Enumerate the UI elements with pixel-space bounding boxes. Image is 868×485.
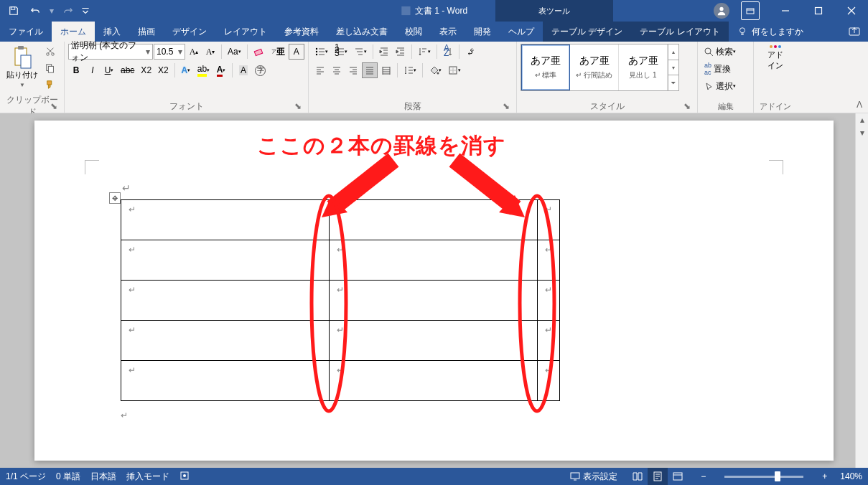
redo-button[interactable]: [59, 0, 78, 22]
tab-table-design[interactable]: テーブル デザイン: [543, 22, 631, 42]
font-size-combo[interactable]: 10.5▾: [154, 44, 185, 60]
subscript-button[interactable]: X2: [138, 62, 154, 78]
style-no-spacing[interactable]: あア亜↵ 行間詰め: [570, 44, 619, 90]
enclose-char-button[interactable]: 字: [252, 62, 269, 78]
align-justify-button[interactable]: [362, 62, 378, 78]
table-row[interactable]: ↵↵↵: [121, 321, 560, 361]
scroll-down-button[interactable]: ▾: [856, 126, 868, 139]
style-normal[interactable]: あア亜↵ 標準: [521, 44, 570, 90]
paragraph-launcher[interactable]: ⬊: [501, 101, 511, 111]
numbering-button[interactable]: 123▾: [332, 44, 350, 60]
tab-draw[interactable]: 描画: [129, 22, 164, 42]
tab-home[interactable]: ホーム: [52, 22, 95, 42]
decrease-indent-button[interactable]: [376, 44, 392, 60]
vertical-scrollbar[interactable]: ▴ ▾: [855, 113, 868, 468]
table-row[interactable]: ↵↵↵: [121, 281, 560, 321]
status-insert-mode[interactable]: 挿入モード: [126, 471, 169, 483]
grow-font-button[interactable]: A▴: [186, 44, 202, 60]
tab-table-layout[interactable]: テーブル レイアウト: [631, 22, 728, 42]
ribbon-display-button[interactable]: [736, 0, 769, 22]
save-button[interactable]: [4, 0, 23, 22]
tab-layout[interactable]: レイアウト: [215, 22, 276, 42]
bold-button[interactable]: B: [68, 62, 84, 78]
char-border-button[interactable]: A: [289, 44, 304, 60]
read-mode-button[interactable]: [627, 468, 648, 485]
font-name-combo[interactable]: 游明朝 (本文のフォン▾: [68, 44, 153, 60]
display-settings-button[interactable]: 表示設定: [570, 471, 617, 483]
tab-help[interactable]: ヘルプ: [500, 22, 543, 42]
align-left-button[interactable]: [312, 62, 328, 78]
addins-button[interactable]: アド イン: [765, 44, 786, 72]
show-marks-button[interactable]: ⤶: [462, 44, 478, 60]
paste-button[interactable]: 貼り付け ▼: [4, 44, 41, 90]
superscript-button[interactable]: X2: [155, 62, 172, 78]
status-words[interactable]: 0 単語: [56, 471, 80, 483]
styles-scroller[interactable]: ▴▾⏷: [668, 44, 678, 90]
borders-button[interactable]: ▾: [445, 62, 464, 78]
replace-button[interactable]: abac 置換: [701, 61, 739, 77]
distributed-button[interactable]: [378, 62, 394, 78]
tab-view[interactable]: 表示: [431, 22, 465, 42]
change-case-button[interactable]: Aa▾: [225, 44, 244, 60]
tab-review[interactable]: 校閲: [396, 22, 431, 42]
account-button[interactable]: [707, 0, 736, 22]
shading-button[interactable]: ▾: [426, 62, 444, 78]
status-page[interactable]: 1/1 ページ: [6, 471, 46, 483]
print-layout-button[interactable]: [648, 468, 668, 485]
table-row[interactable]: ↵↵↵: [121, 240, 560, 281]
find-button[interactable]: 検索▾: [701, 44, 739, 60]
highlight-button[interactable]: ab▾: [195, 62, 213, 78]
zoom-out-button[interactable]: −: [698, 471, 709, 481]
tab-insert[interactable]: 挿入: [95, 22, 129, 42]
copy-button[interactable]: [42, 60, 58, 76]
document-table[interactable]: ↵↵↵ ↵↵↵ ↵↵↵ ↵↵↵ ↵↵↵: [121, 199, 560, 401]
table-row[interactable]: ↵↵↵: [121, 361, 560, 401]
line-spacing-button[interactable]: ▾: [401, 62, 419, 78]
macro-recording-button[interactable]: [179, 471, 190, 483]
font-color-button[interactable]: A▾: [213, 62, 229, 78]
share-button[interactable]: [848, 22, 861, 42]
cut-button[interactable]: [42, 44, 58, 60]
align-right-button[interactable]: [345, 62, 361, 78]
collapse-ribbon-button[interactable]: ᐱ: [857, 100, 862, 110]
clear-format-button[interactable]: [251, 44, 268, 60]
page[interactable]: ↵ ✥ ↵↵↵ ↵↵↵ ↵↵↵ ↵↵↵ ↵↵↵ ↵ ここの２本の罫線を消す: [34, 121, 834, 461]
undo-button[interactable]: [26, 0, 45, 22]
minimize-button[interactable]: [769, 0, 802, 22]
font-launcher[interactable]: ⬊: [293, 101, 303, 111]
style-heading1[interactable]: あア亜見出し 1: [619, 44, 668, 90]
styles-launcher[interactable]: ⬊: [682, 101, 692, 111]
clipboard-launcher[interactable]: ⬊: [49, 101, 59, 111]
zoom-in-button[interactable]: +: [819, 471, 830, 481]
format-painter-button[interactable]: [42, 77, 58, 93]
tab-design[interactable]: デザイン: [164, 22, 215, 42]
char-shading-button[interactable]: A: [235, 62, 251, 78]
zoom-slider[interactable]: [724, 476, 803, 478]
tab-file[interactable]: ファイル: [0, 22, 52, 42]
underline-button[interactable]: U▾: [101, 62, 117, 78]
strikethrough-button[interactable]: abc: [118, 62, 137, 78]
scroll-up-button[interactable]: ▴: [856, 113, 868, 126]
shrink-font-button[interactable]: A▾: [202, 44, 218, 60]
tab-references[interactable]: 参考資料: [276, 22, 327, 42]
maximize-button[interactable]: [802, 0, 835, 22]
close-button[interactable]: [835, 0, 868, 22]
status-language[interactable]: 日本語: [90, 471, 116, 483]
align-center-button[interactable]: [329, 62, 345, 78]
qat-customize[interactable]: [80, 0, 90, 22]
select-button[interactable]: 選択▾: [701, 78, 739, 94]
sort-button[interactable]: AZ: [440, 44, 456, 60]
web-layout-button[interactable]: [668, 468, 688, 485]
tab-mailings[interactable]: 差し込み文書: [327, 22, 396, 42]
tell-me-search[interactable]: 何をしますか: [729, 22, 812, 42]
text-effects-button[interactable]: A▾: [178, 62, 194, 78]
bullets-button[interactable]: ▾: [312, 44, 331, 60]
phonetic-guide-button[interactable]: ア亜: [269, 44, 288, 60]
table-move-handle[interactable]: ✥: [109, 192, 121, 204]
styles-gallery[interactable]: あア亜↵ 標準 あア亜↵ 行間詰め あア亜見出し 1 ▴▾⏷: [521, 44, 679, 91]
table-row[interactable]: ↵↵↵: [121, 200, 560, 240]
increase-indent-button[interactable]: [393, 44, 409, 60]
italic-button[interactable]: I: [85, 62, 101, 78]
multilevel-button[interactable]: ▾: [351, 44, 370, 60]
undo-dropdown[interactable]: ▾: [47, 0, 56, 22]
